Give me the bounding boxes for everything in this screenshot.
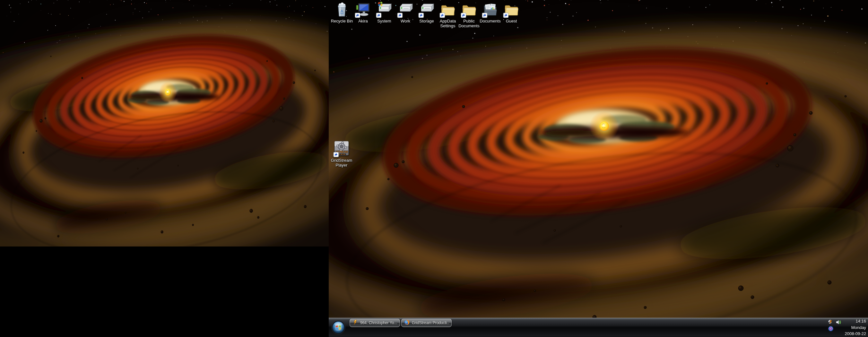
clock-day: Monday — [851, 325, 866, 330]
recycle-bin-icon — [333, 1, 350, 18]
desktop-icon-label: Guest — [498, 19, 524, 24]
tray-volume-icon[interactable] — [836, 319, 841, 325]
computer-icon — [354, 1, 372, 18]
tray-diamond-orb-icon[interactable] — [828, 326, 834, 332]
wallpaper-protoplanetary-disk — [0, 0, 329, 246]
wallpaper-protoplanetary-disk — [329, 0, 868, 337]
clock-date: 2008-09-22 — [845, 331, 866, 336]
taskbar-button-label: GridStream Producti... — [412, 320, 449, 325]
system-tray: 14:16 Monday 2008-09-22 — [814, 318, 868, 337]
primary-monitor: Recycle Bin Akira System Work Storage Ap… — [329, 0, 868, 337]
start-button[interactable] — [331, 320, 345, 334]
dual-monitor-desktop: Recycle Bin Akira System Work Storage Ap… — [0, 0, 868, 337]
taskbar-button-winamp-window[interactable]: 964. Christopher Yo... — [349, 319, 400, 327]
folder-icon — [503, 1, 520, 18]
taskbar-button-firefox-window[interactable]: GridStream Producti... — [401, 319, 452, 327]
taskbar-clock[interactable]: 14:16 Monday 2008-09-22 — [845, 318, 866, 337]
drive-icon — [418, 1, 435, 18]
folder-icon — [460, 1, 478, 18]
folder-icon — [439, 1, 457, 18]
winamp-icon — [352, 320, 358, 326]
secondary-monitor — [0, 0, 329, 246]
documents-icon — [482, 1, 499, 18]
desktop-icon-gridstream-player[interactable]: STREAM GridStream Player — [329, 140, 354, 167]
clock-time: 14:16 — [856, 319, 866, 324]
desktop-icon-guest[interactable]: Guest — [498, 1, 524, 24]
taskbar-button-label: 964. Christopher Yo... — [360, 320, 397, 325]
taskbar: 964. Christopher Yo...GridStream Product… — [329, 318, 868, 337]
gridstream-icon: STREAM — [333, 140, 350, 158]
firefox-icon — [404, 320, 410, 326]
drive-icon — [397, 1, 414, 18]
drive-system-icon — [376, 1, 393, 18]
desktop-icon-label: GridStream Player — [329, 158, 354, 167]
tray-winamp-agent-icon[interactable] — [827, 319, 833, 325]
